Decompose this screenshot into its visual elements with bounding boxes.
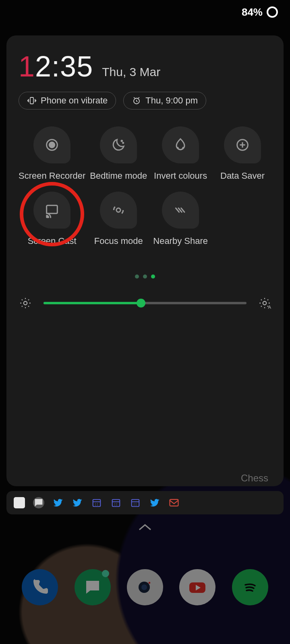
cast-icon [44, 202, 60, 218]
notif-calendar-icon [91, 497, 102, 508]
tile-label: Focus mode [94, 236, 143, 246]
battery-ring-icon [267, 6, 278, 18]
notif-gmail-icon [168, 497, 180, 508]
tile-invert-colours[interactable]: Invert colours [151, 126, 209, 181]
svg-rect-16 [170, 500, 178, 506]
tile-screen-recorder[interactable]: Screen Recorder [19, 126, 85, 181]
brightness-auto-icon[interactable]: A [258, 296, 271, 310]
tile-label: Screen Recorder [19, 171, 85, 181]
collapse-chevron-icon[interactable] [137, 522, 153, 532]
dock-camera[interactable] [127, 569, 163, 605]
notif-twitter-icon [52, 497, 64, 508]
notif-twitter-icon [149, 497, 160, 508]
svg-rect-0 [30, 97, 33, 104]
invert-icon [172, 137, 188, 153]
vibrate-chip[interactable]: Phone on vibrate [19, 92, 116, 109]
moon-icon [110, 137, 126, 153]
notif-chat-icon [33, 497, 44, 508]
brightness-fill [44, 302, 141, 304]
svg-text:A: A [268, 305, 271, 310]
dock-messages[interactable] [75, 569, 111, 605]
tile-label: Data Saver [220, 171, 265, 181]
dock-youtube[interactable] [179, 569, 215, 605]
brightness-slider[interactable]: A [19, 296, 271, 310]
pager-dot [143, 275, 147, 279]
clock-row: 12:35 Thu, 3 Mar [19, 50, 271, 83]
nearby-icon [172, 202, 188, 218]
vibrate-chip-label: Phone on vibrate [41, 95, 108, 106]
svg-point-10 [24, 301, 27, 305]
alarm-chip-label: Thu, 9:00 pm [145, 95, 198, 106]
tile-bedtime-mode[interactable]: Bedtime mode [89, 126, 147, 181]
battery-percentage: 84% [242, 6, 263, 19]
brightness-track[interactable] [44, 302, 246, 304]
spotify-icon [240, 578, 260, 597]
brightness-low-icon [19, 296, 32, 310]
tile-focus-mode[interactable]: Focus mode [89, 192, 147, 246]
camera-icon [135, 578, 155, 597]
status-chips: Phone on vibrate Thu, 9:00 pm [19, 92, 271, 109]
page-indicator [19, 275, 271, 279]
tile-screen-cast[interactable]: Screen Cast [19, 192, 85, 246]
svg-rect-7 [47, 205, 58, 213]
brightness-thumb[interactable] [137, 299, 145, 308]
svg-rect-15 [132, 500, 139, 507]
svg-point-9 [116, 208, 120, 212]
dock [0, 569, 290, 605]
clock-time: 12:35 [19, 50, 93, 83]
pager-dot [135, 275, 139, 279]
svg-point-18 [92, 584, 94, 586]
quick-settings-panel: 12:35 Thu, 3 Mar Phone on vibrate Thu, 9… [6, 35, 284, 486]
data-saver-icon [234, 137, 251, 153]
qs-tiles-grid: Screen Recorder Bedtime mode Invert colo… [19, 126, 271, 246]
alarm-chip[interactable]: Thu, 9:00 pm [123, 92, 206, 109]
notif-calendar-icon [110, 497, 122, 508]
notification-icon-strip[interactable] [6, 491, 284, 514]
clock-date: Thu, 3 Mar [102, 65, 160, 79]
clock-rest: 2:35 [35, 50, 93, 83]
svg-rect-14 [112, 500, 120, 507]
vibrate-icon [27, 96, 37, 105]
dock-spotify[interactable] [232, 569, 268, 605]
youtube-icon [188, 578, 207, 597]
chat-icon [83, 578, 102, 597]
tile-label: Invert colours [154, 171, 207, 181]
svg-point-21 [141, 584, 147, 590]
alarm-icon [132, 96, 141, 105]
svg-point-8 [47, 216, 48, 217]
focus-icon [110, 202, 126, 218]
svg-rect-13 [93, 500, 101, 507]
status-bar: 84% [0, 0, 290, 24]
tile-nearby-share[interactable]: Nearby Share [151, 192, 209, 246]
phone-icon [30, 578, 50, 597]
svg-point-4 [121, 140, 122, 142]
tile-label: Bedtime mode [90, 171, 147, 181]
tile-label: Nearby Share [153, 236, 208, 246]
notif-calendar-icon [130, 497, 141, 508]
pager-dot-active [151, 275, 155, 279]
dock-phone[interactable] [22, 569, 58, 605]
tile-label: Screen Cast [28, 236, 77, 246]
tile-data-saver[interactable]: Data Saver [213, 126, 271, 181]
clock-accent-digit: 1 [19, 50, 35, 83]
svg-point-22 [149, 582, 151, 584]
notif-twitter-icon [72, 497, 83, 508]
svg-point-11 [263, 301, 267, 305]
record-icon [44, 137, 60, 153]
notif-app-icon [14, 497, 25, 508]
svg-point-5 [123, 142, 124, 143]
svg-point-19 [95, 584, 97, 586]
svg-point-3 [49, 142, 54, 147]
background-app-hint: Chess [241, 473, 268, 484]
svg-point-17 [89, 584, 91, 586]
